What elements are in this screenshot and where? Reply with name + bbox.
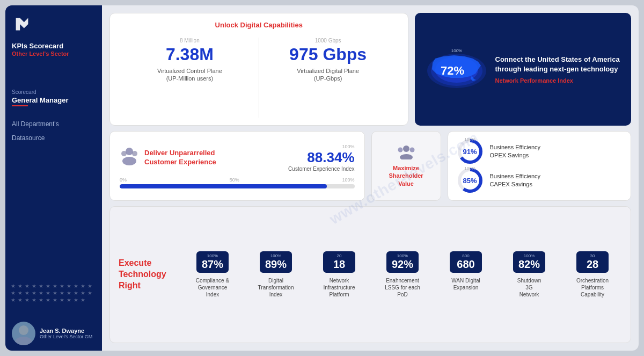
kpi-target-5: 100% [517,253,541,258]
kpi-badge-4: 800 680 [450,251,482,273]
kpi-target-3: 100% [391,253,414,258]
svg-point-2 [15,337,32,345]
kpi-target-2: 20 [327,253,351,258]
kpi-digital-transformation: 100% 89% DigitalTransformationIndex [254,251,297,298]
kpi-value-2: 18 [327,258,351,271]
stars-decoration: ★★★★★ ★★★★★ ★★★★★ ★★★★★ ★★★★★ ★★★★★ ★★★★… [5,278,102,308]
kpi-badge-3: 100% 92% [386,251,419,273]
capex-target: 100% [464,166,475,171]
nav-all-departments[interactable]: All Department's [12,117,96,131]
kpi-target-0: 100% [201,253,224,258]
svg-point-11 [132,151,137,156]
kpi-target-4: 800 [454,253,478,258]
customer-label: Deliver UnpararrelledCustomer Experience [144,149,216,167]
metric-label-1: Virtualized Digital Plane(UP-Gbps) [297,67,359,83]
avatar [12,322,35,345]
kpi-target-1: 100% [264,253,288,258]
metric-target-0: 8 Million [180,38,200,43]
user-role: Other Level's Sector GM [40,334,92,339]
progress-labels: 0% 50% 100% [120,177,355,183]
svg-point-13 [400,154,413,159]
kpi-label-3: EnahncementLSSG for eachPoD [385,277,420,298]
app-title: KPIs Scorecard [12,42,96,50]
kpi-orchestration: 30 28 OrchestrationPlatformsCapability [571,251,614,298]
metric-digital-plane: 1000 Gbps 975 Gbps Virtualized Digital P… [259,38,397,118]
user-name: Jean S. Dwayne [40,328,92,334]
section-divider [12,105,28,106]
progress-label-0: 0% [120,177,127,183]
network-subtitle: Network Performance Index [495,77,622,84]
network-map: 72% 100% [425,47,489,92]
customer-person-icon [120,146,139,169]
capex-value: 85% [463,177,477,185]
kpi-badge-5: 100% 82% [513,251,545,273]
metric-target-1: 1000 Gbps [315,38,341,43]
svg-point-15 [409,148,414,152]
customer-top: Deliver UnpararrelledCustomer Experience… [120,144,355,172]
metric-label-0: Virtualized Control Plane(UP-Million use… [157,67,222,83]
sidebar: KPIs Scorecard Other Level's Sector Scor… [5,5,102,351]
network-text: Connect the United States of America thr… [495,55,622,84]
kpi-label-1: DigitalTransformationIndex [258,277,294,298]
svg-text:100%: 100% [451,48,462,53]
kpi-label-4: WAN DigitalExpansion [451,277,480,291]
nav-datasource[interactable]: Datasource [12,131,96,145]
kpi-shutdown-3g: 100% 82% Shutdown3GNetwork [508,251,551,298]
kpi-label-6: OrchestrationPlatformsCapability [576,277,609,298]
svg-text:72%: 72% [441,64,464,77]
digital-title: Unlock Digital Capabilities [215,21,303,29]
progress-bar-container: 0% 50% 100% [120,177,355,188]
svg-point-14 [398,148,402,152]
customer-target: 100% [288,144,354,149]
progress-label-100: 100% [342,177,354,183]
efficiency-opex: 100% 91% Business EfficiencyOPEX Savings [456,137,624,166]
logo-container [12,14,96,34]
app-logo [12,14,32,34]
shareholder-icon [397,144,416,162]
progress-label-50: 50% [230,177,239,183]
opex-value: 91% [463,148,477,156]
usa-map-svg: 72% 100% [425,47,489,90]
section-value: General Manager [12,96,96,104]
svg-point-8 [126,148,133,155]
top-row: Unlock Digital Capabilities 8 Million 7.… [109,13,631,126]
kpi-grid: 100% 87% Compliance &GovernanceIndex 100… [183,251,622,298]
capex-label: Business EfficiencyCAPEX Savings [490,172,541,189]
metric-control-plane: 8 Million 7.38M Virtualized Control Plan… [121,38,259,118]
kpi-label-2: NetworkInfrastructurePlatform [324,277,355,298]
metric-value-1: 975 Gbps [289,46,367,63]
opex-label: Business EfficiencyOPEX Savings [490,143,541,160]
shareholder-label: MaximizeShareholderValue [389,164,423,187]
svg-point-10 [121,151,127,156]
execute-technology-row: ExecuteTechnologyRight 100% 87% Complian… [109,206,631,343]
kpi-network-infrastructure: 20 18 NetworkInfrastructurePlatform [318,251,361,298]
svg-point-1 [19,325,28,335]
efficiency-card: 100% 91% Business EfficiencyOPEX Savings… [448,131,632,201]
kpi-value-4: 680 [454,258,478,271]
digital-capabilities-card: Unlock Digital Capabilities 8 Million 7.… [109,13,408,126]
user-info: Jean S. Dwayne Other Level's Sector GM [5,316,102,351]
app-subtitle: Other Level's Sector [12,50,96,57]
kpi-badge-6: 30 28 [576,251,609,273]
capex-donut: 100% 85% [456,166,485,195]
kpi-value-0: 87% [201,258,224,271]
kpi-value-1: 89% [264,258,288,271]
network-performance-card: 72% 100% Connect the United States of Am… [415,13,632,126]
kpi-label-0: Compliance &GovernanceIndex [196,277,229,298]
execute-label: ExecuteTechnologyRight [119,258,178,291]
customer-metric: 100% 88.34% Customer Experience Index [288,144,354,172]
kpi-value-6: 28 [581,258,604,271]
kpi-value-3: 92% [391,258,414,271]
shareholder-value-card: MaximizeShareholderValue [371,131,441,201]
opex-donut: 100% 91% [456,137,485,166]
section-label: Scorecard [12,89,96,95]
customer-value: 88.34% [288,149,354,166]
middle-row: Deliver UnpararrelledCustomer Experience… [109,131,631,201]
customer-experience-card: Deliver UnpararrelledCustomer Experience… [109,131,365,201]
opex-target: 100% [464,137,475,142]
kpi-badge-0: 100% 87% [196,251,229,273]
kpi-wan: 800 680 WAN DigitalExpansion [444,251,487,298]
kpi-value-5: 82% [517,258,541,271]
kpi-target-6: 30 [581,253,604,258]
kpi-label-5: Shutdown3GNetwork [517,277,541,298]
